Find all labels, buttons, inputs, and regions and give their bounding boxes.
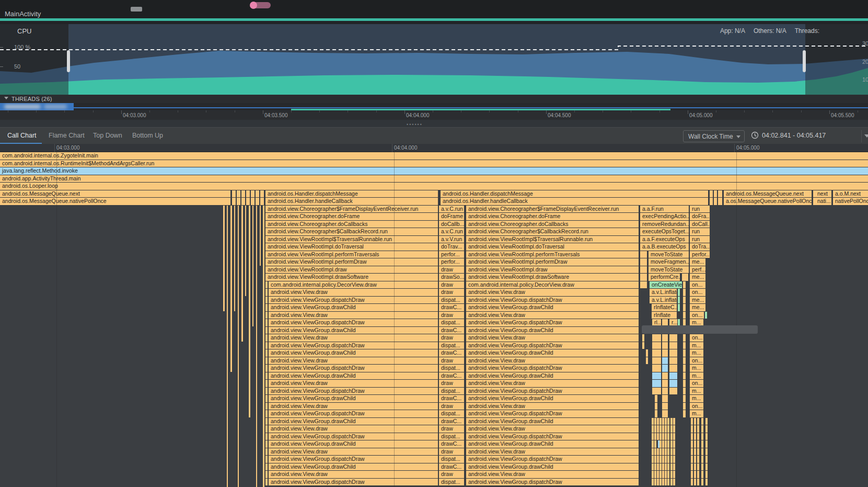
call-chart-segment[interactable]: drawC... xyxy=(439,304,464,311)
call-chart-segment[interactable] xyxy=(265,418,268,425)
call-chart-segment[interactable] xyxy=(265,471,268,478)
call-chart-segment[interactable]: removeRedundan... xyxy=(640,221,689,228)
thread-name-bar[interactable] xyxy=(0,103,74,110)
call-chart-segment[interactable] xyxy=(662,418,664,425)
call-chart-segment[interactable]: android.view.ViewRootImpl.performTravers… xyxy=(466,251,639,258)
call-chart-segment[interactable]: a.os.MessageQueue.nativePollOnce xyxy=(724,198,812,205)
call-chart-segment[interactable]: android.os.MessageQueue.next xyxy=(0,190,230,198)
call-chart-segment[interactable]: android.view.ViewGroup.drawChild xyxy=(466,327,639,334)
call-chart-segment[interactable] xyxy=(691,418,693,425)
call-chart-segment[interactable] xyxy=(705,463,708,471)
call-chart-segment[interactable] xyxy=(665,433,667,440)
call-chart-segment[interactable] xyxy=(701,433,703,440)
call-chart-segment[interactable]: dispat... xyxy=(439,388,464,395)
call-chart-segment[interactable] xyxy=(260,198,264,205)
call-chart-segment[interactable]: draw xyxy=(439,357,464,365)
chevron-down-icon[interactable] xyxy=(864,134,868,138)
call-chart-segment[interactable]: nati... xyxy=(815,198,831,205)
call-chart-segment[interactable]: m... xyxy=(690,349,703,357)
call-chart-segment[interactable] xyxy=(652,433,654,440)
call-chart-segment[interactable]: android.view.ViewGroup.drawChild xyxy=(269,440,438,448)
call-chart-segment[interactable] xyxy=(662,388,668,395)
call-chart-segment[interactable]: a.v.C.run xyxy=(439,228,464,235)
call-chart-segment[interactable]: android.view.View.draw xyxy=(466,448,639,456)
call-chart-segment[interactable] xyxy=(678,304,680,311)
call-chart-micro-bar[interactable] xyxy=(230,206,232,372)
call-chart-segment[interactable] xyxy=(697,456,699,463)
call-chart-segment[interactable] xyxy=(673,425,675,433)
call-chart-segment[interactable] xyxy=(662,380,668,387)
call-chart-segment[interactable] xyxy=(670,440,673,448)
call-chart-segment[interactable] xyxy=(683,312,686,319)
call-chart-segment[interactable] xyxy=(652,380,661,387)
call-chart-segment[interactable] xyxy=(670,479,673,486)
call-chart-segment[interactable] xyxy=(691,456,693,463)
call-chart-segment[interactable]: android.view.Choreographer$FrameDisplayE… xyxy=(466,206,639,213)
call-chart-segment[interactable]: perfor... xyxy=(690,251,710,258)
call-chart-segment[interactable]: com.android.internal.os.ZygoteInit.main xyxy=(0,152,868,160)
call-chart-segment[interactable] xyxy=(669,349,677,357)
call-chart-segment[interactable] xyxy=(701,425,703,433)
call-chart-segment[interactable] xyxy=(662,403,668,410)
call-chart-segment[interactable] xyxy=(694,456,696,463)
call-chart-segment[interactable]: android.view.View.draw xyxy=(466,403,639,410)
call-chart-segment[interactable] xyxy=(701,471,703,478)
call-chart-segment[interactable] xyxy=(256,190,259,198)
call-chart-segment[interactable]: android.view.View.draw xyxy=(269,312,438,319)
call-chart-segment[interactable] xyxy=(654,440,656,448)
call-chart-segment[interactable] xyxy=(683,395,686,402)
call-chart-segment[interactable]: com.android.internal.policy.DecorView.dr… xyxy=(269,281,438,289)
call-chart-segment[interactable] xyxy=(654,425,656,433)
call-chart-segment[interactable]: doCall... xyxy=(690,221,710,228)
call-chart-segment[interactable] xyxy=(705,440,708,448)
call-chart-segment[interactable] xyxy=(655,395,657,402)
call-chart-segment[interactable]: android.view.ViewGroup.dispatchDraw xyxy=(269,342,438,349)
call-chart-segment[interactable] xyxy=(694,463,696,471)
call-chart-micro-bar[interactable] xyxy=(238,206,239,487)
call-chart-segment[interactable] xyxy=(669,372,677,380)
call-chart-segment[interactable] xyxy=(662,440,664,448)
call-chart-segment[interactable] xyxy=(705,479,708,486)
thread-row[interactable] xyxy=(0,103,868,110)
call-chart-micro-bar[interactable] xyxy=(241,206,243,342)
call-chart-segment[interactable]: android.view.ViewGroup.drawChild xyxy=(466,349,639,357)
call-chart-segment[interactable]: android.view.View.draw xyxy=(466,425,639,433)
call-chart-segment[interactable] xyxy=(659,456,662,463)
call-chart-segment[interactable] xyxy=(683,342,686,349)
call-chart-segment[interactable] xyxy=(655,410,657,417)
call-chart-segment[interactable] xyxy=(673,463,675,471)
call-chart-segment[interactable] xyxy=(705,425,708,433)
call-chart-segment[interactable] xyxy=(705,312,707,319)
call-chart-segment[interactable] xyxy=(265,380,268,387)
call-chart-segment[interactable] xyxy=(673,440,675,448)
call-chart-segment[interactable]: android.os.MessageQueue.nativePollOnce xyxy=(0,198,230,205)
call-chart-segment[interactable] xyxy=(646,357,648,365)
call-chart-segment[interactable] xyxy=(701,418,703,425)
call-chart-segment[interactable]: android.view.View.draw xyxy=(269,380,438,387)
call-chart-segment[interactable]: me... xyxy=(690,297,705,304)
call-chart-segment[interactable] xyxy=(654,448,656,456)
call-chart-segment[interactable]: android.view.ViewGroup.drawChild xyxy=(269,349,438,357)
call-chart-segment[interactable]: onCreateVie... xyxy=(650,281,682,289)
call-chart-segment[interactable]: dispat... xyxy=(439,297,464,304)
call-chart-segment[interactable] xyxy=(667,479,669,486)
call-chart-segment[interactable]: android.view.ViewGroup.dispatchDraw xyxy=(466,456,639,463)
call-chart-micro-bar[interactable] xyxy=(263,206,264,487)
call-chart-segment[interactable]: on... xyxy=(690,380,703,387)
call-chart-segment[interactable] xyxy=(237,198,240,205)
call-chart-segment[interactable]: android.view.ViewRootImpl.performDraw xyxy=(466,258,639,266)
call-chart-segment[interactable]: android.view.ViewGroup.drawChild xyxy=(466,304,639,311)
call-chart-segment[interactable] xyxy=(678,297,680,304)
call-chart-segment[interactable]: android.view.View.draw xyxy=(466,312,639,319)
call-chart-segment[interactable] xyxy=(241,190,245,198)
call-chart-segment[interactable] xyxy=(691,433,693,440)
call-chart-segment[interactable]: android.view.ViewGroup.dispatchDraw xyxy=(466,388,639,395)
call-chart-segment[interactable]: android.view.ViewGroup.drawChild xyxy=(269,304,438,311)
call-chart-segment[interactable] xyxy=(701,463,703,471)
call-chart-segment[interactable] xyxy=(669,388,677,395)
call-chart-segment[interactable] xyxy=(691,471,693,478)
call-chart-segment[interactable] xyxy=(683,304,686,311)
cpu-area-chart[interactable] xyxy=(0,24,868,95)
call-chart-segment[interactable] xyxy=(640,274,647,281)
call-chart-segment[interactable] xyxy=(697,471,699,478)
